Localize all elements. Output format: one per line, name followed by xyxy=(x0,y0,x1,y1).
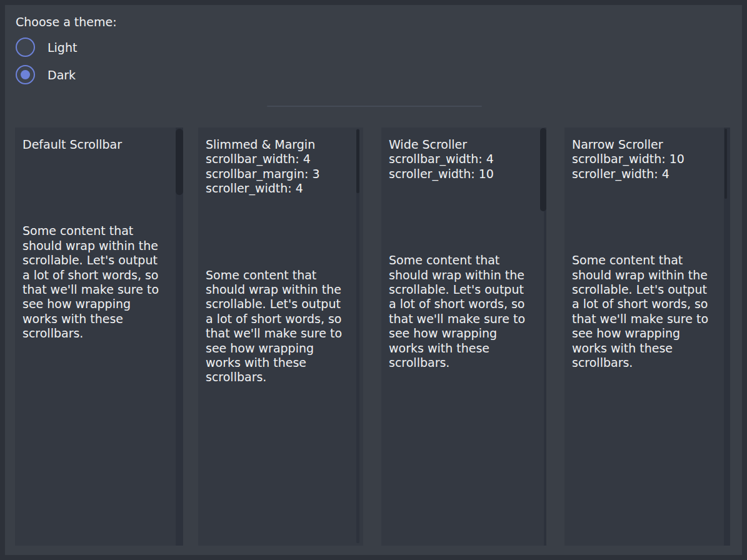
text-line: see how wrapping xyxy=(389,326,546,341)
radio-button-icon[interactable] xyxy=(16,65,35,84)
text-line: that we'll make sure to xyxy=(389,312,546,326)
radio-option-dark[interactable]: Dark xyxy=(16,65,76,84)
text-line: Slimmed & Margin xyxy=(206,138,363,152)
vertical-scrollbar-thumb[interactable] xyxy=(540,128,546,211)
panel-slimmed-and-margin[interactable]: Slimmed & Marginscrollbar_width: 4scroll… xyxy=(198,128,363,546)
text-line: scrollable. Let's output xyxy=(23,253,183,268)
app-window: Choose a theme: Light Dark Default Scrol… xyxy=(5,5,742,555)
text-line: Narrow Scroller xyxy=(572,138,730,152)
text-line: Some content that xyxy=(206,268,363,282)
text-line: a lot of short words, so xyxy=(389,297,546,311)
text-line: Some content that xyxy=(572,253,730,268)
text-line: should wrap within the xyxy=(389,268,546,282)
panel-header: Slimmed & Marginscrollbar_width: 4scroll… xyxy=(206,138,363,196)
panel-default-scrollbar[interactable]: Default Scrollbar Some content thatshoul… xyxy=(15,128,183,546)
text-line: scroller_width: 10 xyxy=(389,167,546,181)
panel-body: Some content thatshould wrap within thes… xyxy=(389,253,546,370)
text-line: scrollbars. xyxy=(206,370,363,384)
text-line: scrollbars. xyxy=(389,356,546,370)
text-line: scrollbar_width: 4 xyxy=(389,152,546,166)
text-line: that we'll make sure to xyxy=(572,312,730,326)
text-line: scrollbar_width: 4 xyxy=(206,152,363,166)
text-line: scrollbars. xyxy=(23,326,183,341)
panel-header: Narrow Scrollerscrollbar_width: 10scroll… xyxy=(572,138,730,181)
text-line: Wide Scroller xyxy=(389,138,546,152)
panel-header: Wide Scrollerscrollbar_width: 4scroller_… xyxy=(389,138,546,181)
text-line: should wrap within the xyxy=(206,282,363,297)
text-line: scrollable. Let's output xyxy=(389,282,546,297)
text-line: works with these xyxy=(206,356,363,370)
text-line: see how wrapping xyxy=(572,326,730,341)
radio-selected-dot xyxy=(21,70,30,79)
panel-wide-scroller[interactable]: Wide Scrollerscrollbar_width: 4scroller_… xyxy=(381,128,546,546)
text-line: scrollbar_margin: 3 xyxy=(206,167,363,181)
text-line: a lot of short words, so xyxy=(23,268,183,282)
text-line: that we'll make sure to xyxy=(23,282,183,297)
text-line: works with these xyxy=(389,341,546,356)
panel-body: Some content thatshould wrap within thes… xyxy=(206,268,363,385)
divider xyxy=(267,106,482,107)
vertical-scrollbar-thumb[interactable] xyxy=(176,129,183,195)
text-line: works with these xyxy=(23,312,183,326)
panel-body: Some content thatshould wrap within thes… xyxy=(572,253,730,370)
text-line: a lot of short words, so xyxy=(206,312,363,326)
text-line: scrollbars. xyxy=(572,356,730,370)
radio-option-light[interactable]: Light xyxy=(16,38,77,57)
panel-body: Some content thatshould wrap within thes… xyxy=(23,224,183,341)
text-line: a lot of short words, so xyxy=(572,297,730,311)
vertical-scrollbar-thumb[interactable] xyxy=(724,129,727,199)
text-line: see how wrapping xyxy=(206,341,363,356)
vertical-scrollbar-thumb[interactable] xyxy=(356,129,359,193)
text-line: should wrap within the xyxy=(23,239,183,253)
text-line: Some content that xyxy=(23,224,183,238)
text-line: see how wrapping xyxy=(23,297,183,311)
radio-label-light: Light xyxy=(48,41,77,54)
panel-header: Default Scrollbar xyxy=(23,138,183,152)
text-line: scrollable. Let's output xyxy=(206,297,363,311)
theme-legend: Choose a theme: xyxy=(16,14,117,29)
radio-button-icon[interactable] xyxy=(16,38,35,57)
text-line: should wrap within the xyxy=(572,268,730,282)
text-line: Default Scrollbar xyxy=(23,138,183,152)
text-line: scrollable. Let's output xyxy=(572,282,730,297)
panel-narrow-scroller[interactable]: Narrow Scrollerscrollbar_width: 10scroll… xyxy=(564,128,730,546)
text-line: scroller_width: 4 xyxy=(572,167,730,181)
text-line: works with these xyxy=(572,341,730,356)
text-line: that we'll make sure to xyxy=(206,326,363,341)
text-line: scrollbar_width: 10 xyxy=(572,152,730,166)
radio-label-dark: Dark xyxy=(48,68,76,82)
text-line: Some content that xyxy=(389,253,546,268)
text-line: scroller_width: 4 xyxy=(206,181,363,196)
